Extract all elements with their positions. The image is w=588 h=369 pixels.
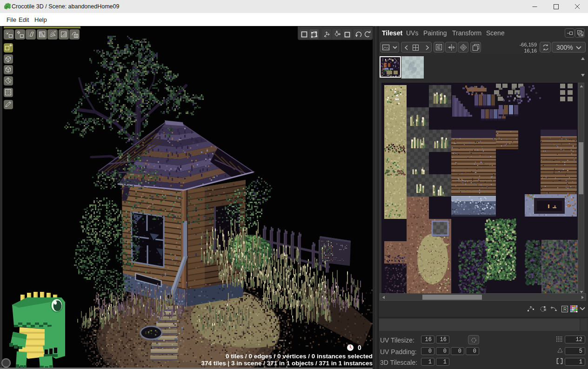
svg-text:R: R — [563, 307, 567, 312]
